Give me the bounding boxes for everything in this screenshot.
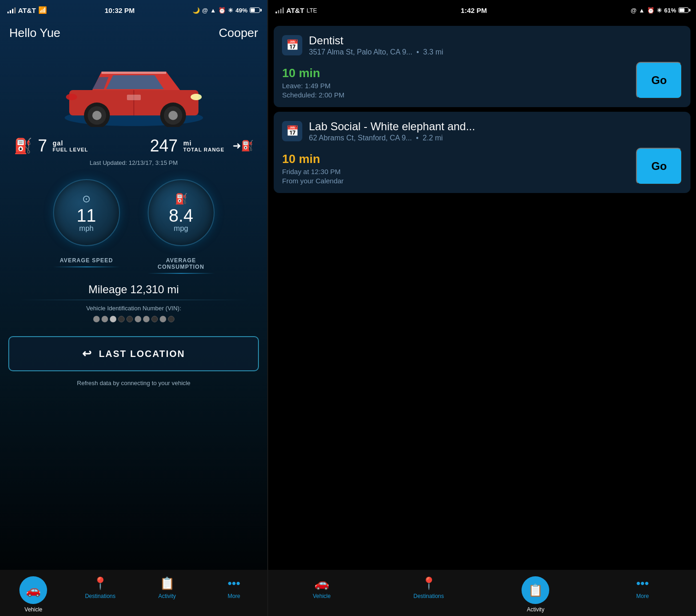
nav-activity-right[interactable]: 📋 Activity xyxy=(482,574,589,613)
go-button-lab[interactable]: Go xyxy=(636,148,682,185)
battery-right: 61% xyxy=(664,7,676,14)
svg-point-4 xyxy=(92,111,102,120)
destination-card-lab-social: 📅 Lab Social - White elephant and... 62 … xyxy=(274,112,690,193)
alarm-icon: ⏰ xyxy=(218,7,226,14)
activity-bubble: 📋 xyxy=(522,576,549,604)
last-location-icon: ↩ xyxy=(82,347,92,360)
svg-point-10 xyxy=(66,94,77,100)
speed-gauge-circle: ⊙ 11 mph xyxy=(53,179,120,246)
more-icon-left: ••• xyxy=(228,576,240,591)
more-icon-right: ••• xyxy=(636,576,648,591)
dest-leave-lab: Friday at 12:30 PM xyxy=(282,168,343,175)
fuel-range-unit: mi xyxy=(183,139,224,147)
dest-card-top-dentist: 📅 Dentist 3517 Alma St, Palo Alto, CA 9.… xyxy=(282,34,682,56)
dest-time-dentist: 10 min Leave: 1:49 PM Scheduled: 2:00 PM xyxy=(282,66,344,99)
speed-unit: mph xyxy=(79,224,94,233)
nav-vehicle-right[interactable]: 🚗 Vehicle xyxy=(268,574,375,599)
nav-destinations-right[interactable]: 📍 Destinations xyxy=(375,574,482,599)
dest-card-top-lab: 📅 Lab Social - White elephant and... 62 … xyxy=(282,120,682,142)
right-panel: AT&T LTE 1:42 PM @ ▲ ⏰ ✳ 61% 📅 Dentist 3… xyxy=(268,0,696,616)
nav-more-label-left: More xyxy=(228,593,240,599)
nav-vehicle-label-left: Vehicle xyxy=(24,606,42,613)
nav-activity-left[interactable]: 📋 Activity xyxy=(134,574,201,599)
greeting-text: Hello Yue xyxy=(9,26,60,40)
go-button-dentist[interactable]: Go xyxy=(636,62,682,99)
svg-rect-11 xyxy=(127,95,141,100)
dest-time-lab: 10 min Friday at 12:30 PM From your Cale… xyxy=(282,152,343,185)
destination-card-dentist: 📅 Dentist 3517 Alma St, Palo Alto, CA 9.… xyxy=(274,26,690,107)
calendar-icon-dentist: 📅 xyxy=(282,35,302,55)
dest-info-lab: Lab Social - White elephant and... 62 Ab… xyxy=(309,120,682,142)
location-arrow-right: ▲ xyxy=(639,7,645,14)
bluetooth-icon-right: ✳ xyxy=(657,7,662,14)
fuel-level-value: 7 xyxy=(38,136,47,156)
nav-vehicle-left[interactable]: 🚗 Vehicle xyxy=(0,574,67,613)
carrier-right: AT&T xyxy=(286,6,304,14)
activity-icon-left: 📋 xyxy=(160,576,174,591)
status-bar-right: AT&T LTE 1:42 PM @ ▲ ⏰ ✳ 61% xyxy=(268,0,696,20)
gauge-labels: AVERAGE SPEED AVERAGE CONSUMPTION xyxy=(0,251,267,278)
dest-scheduled-dentist: Scheduled: 2:00 PM xyxy=(282,91,344,99)
time-right: 1:42 PM xyxy=(461,6,487,14)
nav-destinations-label-left: Destinations xyxy=(85,593,115,599)
battery-left: 49% xyxy=(235,7,247,14)
dest-card-bottom-dentist: 10 min Leave: 1:49 PM Scheduled: 2:00 PM… xyxy=(282,62,682,99)
bottom-nav-right: 🚗 Vehicle 📍 Destinations 📋 Activity ••• … xyxy=(268,570,696,616)
speed-value: 11 xyxy=(77,207,96,224)
status-left: AT&T 📶 xyxy=(7,6,47,14)
vin-dots xyxy=(0,316,267,322)
fuel-level-unit: gal xyxy=(53,139,88,147)
activity-icon-right: 📋 xyxy=(528,583,543,598)
consumption-gauge-circle: ⛽ 8.4 mpg xyxy=(148,179,215,246)
status-left-right: AT&T LTE xyxy=(276,6,317,14)
vin-dot xyxy=(151,316,158,322)
vehicle-icon-left: 🚗 xyxy=(26,583,41,598)
signal-icon xyxy=(7,7,16,13)
consumption-label: AVERAGE CONSUMPTION xyxy=(148,257,215,274)
dest-address-dentist: 3517 Alma St, Palo Alto, CA 9... • 3.3 m… xyxy=(309,48,682,56)
nav-destinations-left[interactable]: 📍 Destinations xyxy=(67,574,134,599)
mileage-section: Mileage 12,310 mi Vehicle Identification… xyxy=(0,278,267,328)
vin-dot xyxy=(126,316,133,322)
time-left: 10:32 PM xyxy=(105,6,135,14)
nav-more-label-right: More xyxy=(636,593,648,599)
vehicle-bubble: 🚗 xyxy=(19,576,47,604)
vin-dot xyxy=(102,316,108,322)
battery-icon-right xyxy=(678,7,689,13)
status-right-left: 🌙 @ ▲ ⏰ ✳ 49% xyxy=(192,7,260,14)
battery-icon-left xyxy=(250,7,260,13)
vin-dot xyxy=(93,316,100,322)
dest-leave-dentist: Leave: 1:49 PM xyxy=(282,82,344,90)
last-location-button[interactable]: ↩ LAST LOCATION xyxy=(8,336,259,371)
alarm-icon-right: ⏰ xyxy=(647,7,654,14)
mileage-divider xyxy=(18,300,249,300)
destinations-icon-right: 📍 xyxy=(421,576,436,591)
destinations-list: 📅 Dentist 3517 Alma St, Palo Alto, CA 9.… xyxy=(268,20,696,570)
last-location-label: LAST LOCATION xyxy=(99,349,185,359)
fuel-level-label: FUEL LEVEL xyxy=(53,147,88,152)
nav-activity-label-left: Activity xyxy=(158,593,176,599)
dest-address-lab: 62 Abrams Ct, Stanford, CA 9... • 2.2 mi xyxy=(309,134,682,142)
dest-duration-lab: 10 min xyxy=(282,152,343,166)
dest-title-lab: Lab Social - White elephant and... xyxy=(309,120,682,133)
status-right-right: @ ▲ ⏰ ✳ 61% xyxy=(630,7,689,14)
calendar-icon-lab: 📅 xyxy=(282,121,302,141)
fuel-range-value: 247 xyxy=(150,136,178,156)
last-updated: Last Updated: 12/13/17, 3:15 PM xyxy=(0,156,267,170)
vin-dot xyxy=(168,316,174,322)
location-icon-status: ▲ xyxy=(210,7,216,14)
car-image-area xyxy=(0,44,267,136)
car-svg xyxy=(55,53,212,127)
nav-more-left[interactable]: ••• More xyxy=(200,574,267,599)
nav-more-right[interactable]: ••• More xyxy=(589,574,696,599)
moon-icon: 🌙 xyxy=(192,7,200,14)
nav-destinations-label-right: Destinations xyxy=(414,593,444,599)
refresh-text: Refresh data by connecting to your vehic… xyxy=(0,376,267,390)
speed-label: AVERAGE SPEED xyxy=(53,257,120,274)
fuel-range-section: 247 mi TOTAL RANGE ➜⛽ xyxy=(150,136,253,156)
vin-label: Vehicle Identification Number (VIN): xyxy=(86,305,181,312)
mileage-text: Mileage 12,310 mi xyxy=(89,283,179,296)
fuel-range-label: TOTAL RANGE xyxy=(183,147,224,152)
vin-dot xyxy=(110,316,116,322)
fuel-level-section: ⛽ 7 gal FUEL LEVEL xyxy=(14,136,88,156)
